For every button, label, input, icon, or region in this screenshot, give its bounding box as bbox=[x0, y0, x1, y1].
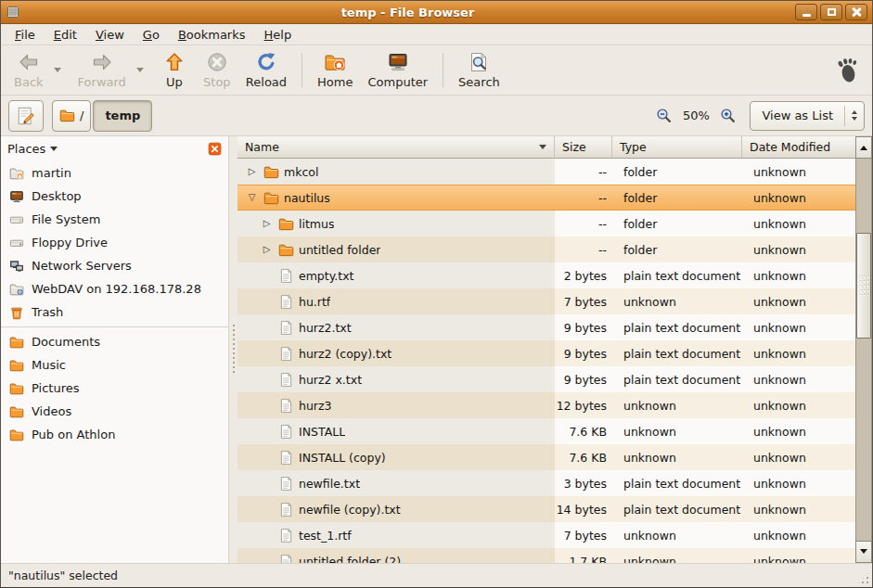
sidebar-item-desktop[interactable]: Desktop bbox=[1, 185, 228, 208]
file-row-empty-txt[interactable]: empty.txt2 bytesplain text documentunkno… bbox=[238, 262, 855, 288]
sidebar-item-martin[interactable]: martin bbox=[1, 161, 228, 185]
path-button-root[interactable]: / bbox=[52, 100, 91, 132]
sidebar-item-videos[interactable]: Videos bbox=[1, 400, 228, 423]
file-row-install-copy[interactable]: INSTALL (copy)7.6 KBunknownunknown bbox=[238, 444, 855, 470]
window-controls bbox=[795, 4, 867, 20]
file-row-untitled-folder[interactable]: ▷untitled folder--folderunknown bbox=[238, 236, 855, 262]
edit-location-button[interactable] bbox=[8, 100, 44, 132]
computer-button[interactable]: Computer bbox=[360, 48, 435, 92]
pane-splitter[interactable] bbox=[229, 136, 238, 563]
path-button-temp[interactable]: temp bbox=[93, 100, 152, 132]
reload-button[interactable]: Reload bbox=[238, 48, 294, 92]
back-dropdown-arrow[interactable] bbox=[51, 48, 65, 92]
back-button[interactable]: Back bbox=[6, 48, 51, 92]
folder-icon bbox=[9, 404, 24, 419]
cell-size: 7.6 KB bbox=[555, 418, 612, 444]
cell-type: plain text document bbox=[612, 262, 742, 288]
forward-button[interactable]: Forward bbox=[71, 48, 134, 92]
folder-icon bbox=[278, 242, 294, 258]
toolbar-group-up: Up bbox=[153, 48, 196, 92]
menu-file[interactable]: File bbox=[6, 26, 44, 44]
view-selector-label: View as List bbox=[751, 109, 844, 122]
cell-name: INSTALL bbox=[238, 418, 555, 444]
sidebar-item-pub-on-athlon[interactable]: Pub on Athlon bbox=[1, 423, 228, 446]
menu-go[interactable]: Go bbox=[135, 26, 168, 44]
window-resize-grip[interactable] bbox=[856, 571, 870, 585]
cell-name: ▷untitled folder bbox=[238, 236, 555, 262]
maximize-button[interactable] bbox=[820, 4, 842, 20]
sidebar-item-pictures[interactable]: Pictures bbox=[1, 377, 228, 400]
menu-bookmarks[interactable]: Bookmarks bbox=[170, 26, 254, 44]
sidebar-item-trash[interactable]: Trash bbox=[1, 300, 228, 324]
cell-name: test_1.rtf bbox=[238, 522, 555, 548]
up-button[interactable]: Up bbox=[153, 48, 196, 92]
stop-button[interactable]: Stop bbox=[196, 48, 238, 92]
list-rows: ▷mkcol--folderunknown▽nautilus--folderun… bbox=[238, 159, 855, 563]
scroll-up-button[interactable] bbox=[855, 136, 872, 159]
column-header-modified[interactable]: Date Modified bbox=[742, 136, 855, 159]
toolbar-group-forward: Forward bbox=[71, 48, 153, 92]
toolbar-group-home: Home bbox=[310, 48, 360, 92]
file-row-test-1-rtf[interactable]: test_1.rtf7 bytesunknownunknown bbox=[238, 522, 855, 548]
minimize-button[interactable] bbox=[795, 4, 817, 20]
file-row-install[interactable]: INSTALL7.6 KBunknownunknown bbox=[238, 418, 855, 444]
file-icon bbox=[278, 450, 294, 466]
file-row-mkcol[interactable]: ▷mkcol--folderunknown bbox=[238, 159, 855, 185]
sidebar-item-webdav-on-192-168-178-28[interactable]: WebDAV on 192.168.178.28 bbox=[1, 277, 228, 300]
scrollbar-thumb[interactable] bbox=[856, 233, 871, 339]
zoom-in-button[interactable] bbox=[720, 108, 736, 123]
menu-help[interactable]: Help bbox=[256, 26, 301, 44]
expander-collapsed-icon[interactable]: ▷ bbox=[245, 167, 259, 176]
cell-date-modified: unknown bbox=[742, 548, 855, 563]
file-row-litmus[interactable]: ▷litmus--folderunknown bbox=[238, 211, 855, 236]
close-button[interactable] bbox=[845, 4, 867, 20]
file-row-untitled-folder-2[interactable]: untitled folder (2)1.7 KBunknownunknown bbox=[238, 548, 855, 563]
column-header-size[interactable]: Size bbox=[555, 136, 612, 159]
places-label[interactable]: Places bbox=[7, 142, 45, 156]
file-row-hurz2-txt[interactable]: hurz2.txt9 bytesplain text documentunkno… bbox=[238, 314, 855, 340]
sidebar-item-music[interactable]: Music bbox=[1, 353, 228, 377]
column-header-name[interactable]: Name bbox=[238, 136, 555, 159]
view-selector[interactable]: View as List bbox=[750, 101, 865, 131]
expander-expanded-icon[interactable]: ▽ bbox=[245, 193, 259, 202]
cell-date-modified: unknown bbox=[742, 366, 855, 392]
cell-name: newfile (copy).txt bbox=[238, 496, 555, 522]
menu-edit[interactable]: Edit bbox=[45, 26, 85, 44]
file-row-hurz2-x-txt[interactable]: hurz2 x.txt9 bytesplain text documentunk… bbox=[238, 366, 855, 392]
sidebar-item-file-system[interactable]: File System bbox=[1, 208, 228, 231]
file-row-hurz2-copy-txt[interactable]: hurz2 (copy).txt9 bytesplain text docume… bbox=[238, 340, 855, 366]
zoom-out-button[interactable] bbox=[656, 108, 672, 123]
home-folder-icon bbox=[9, 166, 24, 181]
expander-collapsed-icon[interactable]: ▷ bbox=[260, 219, 274, 228]
scroll-down-button[interactable] bbox=[855, 541, 872, 563]
file-icon bbox=[278, 346, 294, 362]
sidebar-item-documents[interactable]: Documents bbox=[1, 330, 228, 353]
toolbar-group-stop: Stop bbox=[196, 48, 238, 92]
folder-icon bbox=[9, 358, 24, 373]
menu-view[interactable]: View bbox=[87, 26, 133, 44]
root-label: / bbox=[80, 109, 83, 122]
home-button[interactable]: Home bbox=[310, 48, 360, 92]
search-button[interactable]: Search bbox=[451, 48, 507, 92]
cell-size: 7.6 KB bbox=[555, 444, 612, 470]
sidebar-close-button[interactable] bbox=[208, 142, 222, 156]
titlebar[interactable]: temp - File Browser bbox=[1, 1, 872, 24]
file-row-hurz3[interactable]: hurz312 bytesunknownunknown bbox=[238, 392, 855, 418]
sidebar-item-floppy-drive[interactable]: Floppy Drive bbox=[1, 231, 228, 254]
column-header-type[interactable]: Type bbox=[612, 136, 742, 159]
cell-type: unknown bbox=[612, 418, 742, 444]
scrollbar-trough[interactable] bbox=[855, 159, 872, 541]
places-sidebar: Places martinDesktopFile SystemFloppy Dr… bbox=[1, 136, 229, 563]
file-row-newfile-copy-txt[interactable]: newfile (copy).txt14 bytesplain text doc… bbox=[238, 496, 855, 522]
forward-dropdown-arrow[interactable] bbox=[134, 48, 148, 92]
file-row-hu-rtf[interactable]: hu.rtf7 bytesunknownunknown bbox=[238, 288, 855, 314]
expander-collapsed-icon[interactable]: ▷ bbox=[260, 245, 274, 254]
cell-date-modified: unknown bbox=[742, 159, 855, 185]
cell-size: 7 bytes bbox=[555, 522, 612, 548]
sidebar-item-network-servers[interactable]: Network Servers bbox=[1, 254, 228, 277]
file-row-newfile-txt[interactable]: newfile.txt3 bytesplain text documentunk… bbox=[238, 470, 855, 496]
minimize-icon bbox=[802, 14, 811, 17]
file-row-nautilus[interactable]: ▽nautilus--folderunknown bbox=[238, 185, 855, 211]
vertical-scrollbar[interactable] bbox=[855, 136, 872, 563]
places-dropdown-icon[interactable] bbox=[50, 147, 58, 155]
